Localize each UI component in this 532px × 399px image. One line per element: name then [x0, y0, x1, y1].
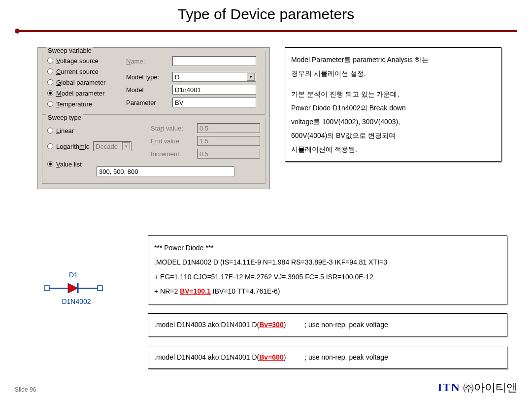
- note-line: Power Diode D1n4002의 Break down: [291, 101, 495, 115]
- model-code-d1n4003: .model D1N4003 ako:D1N4001 D(Bv=300) ; u…: [148, 313, 507, 336]
- sweep-type-legend: Sweep type: [46, 114, 83, 121]
- bv-highlight: Bv=600: [259, 353, 283, 361]
- chevron-down-icon[interactable]: ▾: [122, 142, 130, 150]
- bv-highlight: BV=100.1: [180, 287, 211, 295]
- radio-global-parameter[interactable]: Global parameter: [47, 77, 126, 88]
- increment-label: Increment:: [151, 150, 197, 158]
- code-line: *** Power Diode ***: [154, 241, 501, 255]
- company-name: ㈜아이티앤: [463, 381, 517, 394]
- radio-logarithmic-label: Logarithmic: [56, 143, 89, 150]
- title-rule: [15, 29, 517, 33]
- note-line: voltage를 100V(4002), 300V(4003),: [291, 115, 495, 129]
- parameter-label: Parameter: [126, 99, 172, 106]
- parameter-input[interactable]: BV: [172, 98, 256, 107]
- itn-text: ITN: [437, 381, 460, 394]
- radio-voltage-source[interactable]: Voltage source: [47, 55, 126, 66]
- radio-linear[interactable]: Linear: [47, 125, 151, 136]
- svg-marker-2: [68, 283, 78, 293]
- increment-input[interactable]: 0.5: [197, 149, 260, 159]
- schematic-model: D1N4002: [44, 298, 108, 305]
- radio-value-list-label: Value list: [56, 161, 82, 168]
- model-code-d1n4004: .model D1N4004 ako:D1N4001 D(Bv=600) ; u…: [148, 346, 507, 369]
- schematic-refdes: D1: [69, 271, 108, 279]
- diode-schematic: D1 D1N4002: [44, 271, 108, 305]
- svg-rect-5: [98, 286, 102, 291]
- code-line: .MODEL D1N4002 D (IS=14.11E-9 N=1.984 RS…: [154, 255, 501, 269]
- model-label: Model: [126, 86, 172, 94]
- end-value-input[interactable]: 1.5: [197, 136, 260, 146]
- rule-dot-icon: [15, 29, 20, 33]
- value-list-input[interactable]: 300, 500, 800: [97, 166, 234, 176]
- model-type-select[interactable]: D ▾: [172, 72, 256, 82]
- radio-temperature[interactable]: Temperature: [47, 99, 126, 109]
- note-line: 600V(4004)의 BV값으로 변경되며: [291, 129, 495, 142]
- bv-highlight: Bv=300: [259, 321, 283, 329]
- page-title: Type of Device parameters: [0, 0, 532, 23]
- sweep-variable-group: Sweep variable Voltage source Current so…: [42, 51, 266, 115]
- note-line: 시뮬레이션에 적용됨.: [291, 142, 495, 156]
- sweep-variable-legend: Sweep variable: [46, 47, 93, 54]
- svg-rect-0: [44, 286, 49, 291]
- note-line: 기본 분석이 진행 되고 있는 가운데,: [291, 87, 495, 101]
- simulation-settings-dialog: Sweep variable Voltage source Current so…: [37, 47, 270, 189]
- note-line: 경우의 시뮬레이션 설정.: [291, 66, 495, 80]
- name-label: Name:: [126, 58, 172, 65]
- log-scale-select[interactable]: Decade ▾: [93, 141, 132, 151]
- code-comment: ; use non-rep. peak voltage: [304, 321, 388, 329]
- sweep-type-group: Sweep type Linear Logarithmic Decade ▾: [42, 118, 266, 184]
- chevron-down-icon[interactable]: ▾: [247, 73, 255, 81]
- diode-icon: [44, 281, 103, 296]
- model-code-d1n4002: *** Power Diode *** .MODEL D1N4002 D (IS…: [148, 235, 507, 304]
- name-input[interactable]: [172, 56, 256, 66]
- code-comment: ; use non-rep. peak voltage: [304, 353, 388, 361]
- start-value-input[interactable]: 0.5: [197, 123, 260, 133]
- end-value-label: End value:: [151, 137, 197, 145]
- code-line: + EG=1.110 CJO=51.17E-12 M=.2762 VJ=.390…: [154, 270, 501, 284]
- code-line: + NR=2 BV=100.1 IBV=10 TT=4.761E-6): [154, 284, 501, 299]
- start-value-label: Start value:: [151, 125, 197, 132]
- radio-model-parameter[interactable]: Model parameter: [47, 88, 126, 99]
- model-type-label: Model type:: [126, 73, 172, 81]
- slide-number: Slide 96: [15, 386, 36, 393]
- radio-logarithmic[interactable]: Logarithmic Decade ▾: [47, 141, 151, 152]
- note-line: Model Parameter를 parametric Analysis 하는: [291, 53, 495, 66]
- description-note: Model Parameter를 parametric Analysis 하는 …: [285, 47, 501, 162]
- model-input[interactable]: D1n4001: [172, 85, 256, 95]
- company-logo: ITN ㈜아이티앤: [437, 380, 517, 395]
- radio-current-source[interactable]: Current source: [47, 66, 126, 77]
